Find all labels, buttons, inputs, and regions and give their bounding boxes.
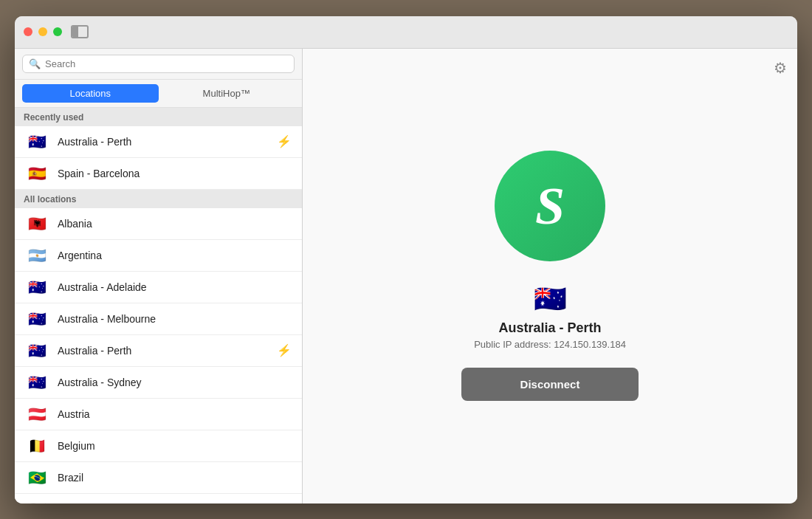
list-item[interactable]: 🇧🇷 Brazil xyxy=(15,462,302,494)
list-item[interactable]: 🇦🇺 Australia - Adelaide xyxy=(15,272,302,303)
list-item[interactable]: 🇦🇺 Australia - Sydney xyxy=(15,367,302,399)
flag-icon: 🇧🇬 xyxy=(25,501,49,503)
flag-icon: 🇦🇷 xyxy=(25,247,49,264)
search-input-wrap: 🔍 xyxy=(22,55,295,73)
sidebar-toggle-button[interactable] xyxy=(71,25,89,38)
flag-icon: 🇦🇺 xyxy=(25,311,49,327)
item-label: Australia - Sydney xyxy=(58,377,292,388)
flag-icon: 🇦🇺 xyxy=(25,343,49,359)
item-label: Australia - Melbourne xyxy=(58,313,292,325)
list-item[interactable]: 🇦🇺 Australia - Perth ⚡ xyxy=(15,126,302,158)
list-item[interactable]: 🇦🇹 Austria xyxy=(15,399,302,430)
list-item[interactable]: 🇧🇪 Belgium xyxy=(15,430,302,462)
flag-icon: 🇦🇱 xyxy=(25,216,49,232)
list-item[interactable]: 🇦🇱 Albania xyxy=(15,208,302,240)
logo-circle: S xyxy=(495,151,605,261)
flag-icon: 🇦🇹 xyxy=(25,406,49,422)
right-panel: ⚙ S 🇦🇺 Australia - Perth Public IP addre… xyxy=(303,49,797,503)
all-locations-header: All locations xyxy=(15,190,302,208)
active-badge: ⚡ xyxy=(277,343,292,357)
main-content: 🔍 Locations MultiHop™ Recently used 🇦🇺 A… xyxy=(15,49,797,503)
minimize-button[interactable] xyxy=(38,27,47,36)
connected-ip-address: Public IP address: 124.150.139.184 xyxy=(474,339,626,350)
flag-icon: 🇧🇷 xyxy=(25,470,49,486)
center-content: S 🇦🇺 Australia - Perth Public IP address… xyxy=(303,49,797,503)
item-label: Australia - Perth xyxy=(58,345,268,357)
tab-multihop[interactable]: MultiHop™ xyxy=(159,84,295,103)
recently-used-header: Recently used xyxy=(15,108,302,126)
traffic-lights xyxy=(24,27,62,36)
connected-location-name: Australia - Perth xyxy=(498,320,601,336)
item-label: Albania xyxy=(58,218,292,230)
active-badge: ⚡ xyxy=(277,134,292,148)
flag-icon: 🇦🇺 xyxy=(25,374,49,391)
titlebar xyxy=(15,16,797,49)
search-input[interactable] xyxy=(45,58,288,69)
logo-letter: S xyxy=(535,179,565,233)
item-label: Brazil xyxy=(58,472,292,484)
list-item[interactable]: 🇧🇬 Bulgaria xyxy=(15,494,302,503)
flag-icon: 🇧🇪 xyxy=(25,438,49,454)
item-label: Australia - Perth xyxy=(58,136,268,148)
settings-button[interactable]: ⚙ xyxy=(774,59,787,77)
list-item[interactable]: 🇦🇺 Australia - Perth ⚡ xyxy=(15,335,302,367)
disconnect-button[interactable]: Disconnect xyxy=(461,368,639,401)
location-list: Recently used 🇦🇺 Australia - Perth ⚡ 🇪🇸 … xyxy=(15,108,302,503)
sidebar: 🔍 Locations MultiHop™ Recently used 🇦🇺 A… xyxy=(15,49,303,503)
item-label: Belgium xyxy=(58,440,292,452)
app-window: 🔍 Locations MultiHop™ Recently used 🇦🇺 A… xyxy=(15,16,797,503)
flag-icon: 🇪🇸 xyxy=(25,165,49,182)
item-label: Australia - Adelaide xyxy=(58,281,292,293)
flag-icon: 🇦🇺 xyxy=(25,134,49,150)
search-icon: 🔍 xyxy=(29,58,41,69)
tab-locations[interactable]: Locations xyxy=(22,84,159,103)
search-bar: 🔍 xyxy=(15,49,302,80)
close-button[interactable] xyxy=(24,27,32,36)
item-label: Argentina xyxy=(58,250,292,261)
flag-icon: 🇦🇺 xyxy=(25,279,49,295)
connected-flag: 🇦🇺 xyxy=(534,283,567,315)
maximize-button[interactable] xyxy=(53,27,62,36)
list-item[interactable]: 🇪🇸 Spain - Barcelona xyxy=(15,158,302,190)
list-item[interactable]: 🇦🇺 Australia - Melbourne xyxy=(15,303,302,335)
item-label: Austria xyxy=(58,408,292,420)
list-item[interactable]: 🇦🇷 Argentina xyxy=(15,240,302,272)
tab-bar: Locations MultiHop™ xyxy=(15,80,302,108)
item-label: Spain - Barcelona xyxy=(58,168,292,179)
